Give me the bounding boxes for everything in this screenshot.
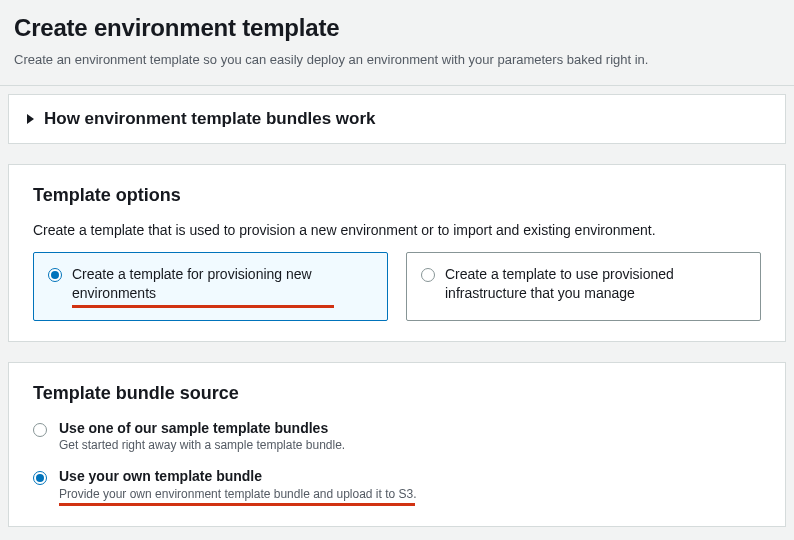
template-options-description: Create a template that is used to provis… bbox=[33, 222, 761, 238]
radio-icon bbox=[48, 268, 62, 282]
template-options-section: Template options Create a template that … bbox=[8, 164, 786, 342]
bundle-option-own[interactable]: Use your own template bundle Provide you… bbox=[33, 468, 761, 506]
page-subtitle: Create an environment template so you ca… bbox=[14, 52, 780, 67]
option-label: Create a template for provisioning new e… bbox=[72, 266, 312, 301]
radio-icon bbox=[421, 268, 435, 282]
bundle-option-sample[interactable]: Use one of our sample template bundles G… bbox=[33, 420, 761, 452]
expander-title: How environment template bundles work bbox=[44, 109, 376, 129]
option-label: Create a template to use provisioned inf… bbox=[445, 266, 674, 301]
template-options-title: Template options bbox=[33, 185, 761, 206]
emphasis-underline bbox=[72, 305, 334, 308]
caret-right-icon bbox=[27, 114, 34, 124]
bundle-option-label: Use one of our sample template bundles bbox=[59, 420, 345, 436]
radio-icon bbox=[33, 423, 47, 437]
template-options-row: Create a template for provisioning new e… bbox=[33, 252, 761, 321]
radio-icon bbox=[33, 471, 47, 485]
bundle-option-label: Use your own template bundle bbox=[59, 468, 417, 484]
expander-toggle[interactable]: How environment template bundles work bbox=[9, 95, 785, 143]
bundle-source-section: Template bundle source Use one of our sa… bbox=[8, 362, 786, 527]
option-provision-new[interactable]: Create a template for provisioning new e… bbox=[33, 252, 388, 321]
bundle-option-hint: Get started right away with a sample tem… bbox=[59, 438, 345, 452]
bundle-option-hint: Provide your own environment template bu… bbox=[59, 487, 417, 501]
page-title: Create environment template bbox=[14, 14, 780, 42]
option-use-existing[interactable]: Create a template to use provisioned inf… bbox=[406, 252, 761, 321]
emphasis-underline bbox=[59, 503, 415, 506]
bundle-source-title: Template bundle source bbox=[33, 383, 761, 404]
expander-panel: How environment template bundles work bbox=[8, 94, 786, 144]
bundle-source-list: Use one of our sample template bundles G… bbox=[33, 420, 761, 506]
